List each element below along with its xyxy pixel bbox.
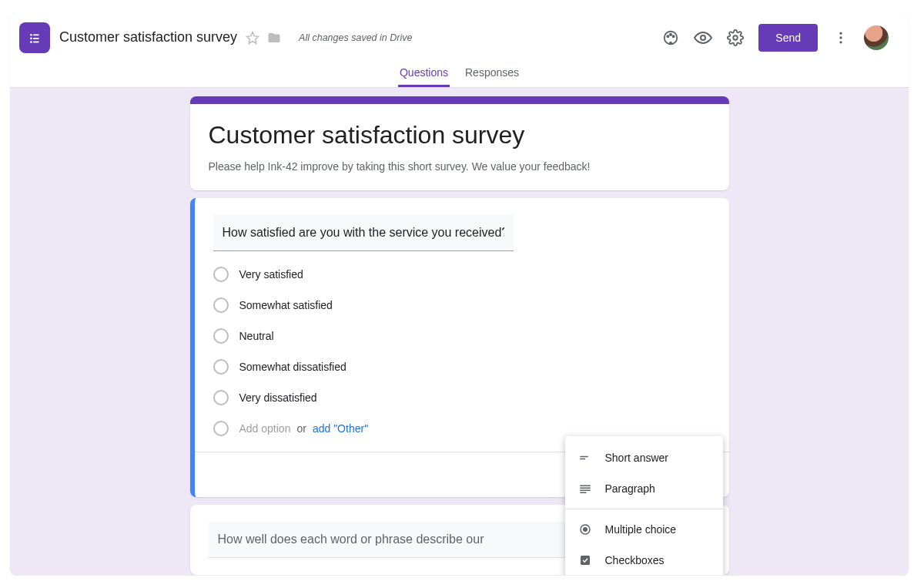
folder-icon[interactable] [266, 30, 282, 45]
paragraph-icon [578, 481, 593, 496]
save-status: All changes saved in Drive [299, 32, 412, 43]
option-label[interactable]: Neutral [239, 330, 274, 342]
svg-point-9 [670, 33, 671, 35]
menu-item-multiple-choice[interactable]: Multiple choice [565, 514, 723, 545]
settings-icon[interactable] [726, 29, 745, 47]
more-icon[interactable] [832, 29, 850, 47]
tab-responses[interactable]: Responses [464, 62, 521, 87]
form-name[interactable]: Customer satisfaction survey [59, 29, 237, 45]
svg-point-11 [701, 35, 705, 40]
option-label[interactable]: Somewhat satisfied [239, 299, 333, 311]
option-row[interactable]: Somewhat satisfied [213, 297, 711, 313]
short-answer-icon [578, 450, 593, 465]
option-label[interactable]: Very satisfied [239, 268, 303, 281]
svg-point-10 [673, 35, 675, 37]
theme-icon[interactable] [661, 29, 680, 47]
question-title-input[interactable] [213, 215, 514, 251]
radio-icon [213, 421, 229, 436]
radio-icon [213, 297, 229, 313]
svg-point-14 [839, 36, 842, 39]
star-icon[interactable] [245, 30, 260, 45]
svg-rect-22 [580, 490, 591, 492]
add-option-label[interactable]: Add option [239, 422, 291, 435]
svg-rect-26 [581, 556, 590, 565]
svg-rect-4 [33, 38, 38, 39]
user-avatar[interactable] [864, 25, 889, 50]
question-type-menu: Short answer Paragraph Multiple choice [565, 436, 723, 575]
option-label[interactable]: Somewhat dissatisfied [239, 361, 346, 373]
svg-point-1 [30, 34, 32, 36]
tab-questions[interactable]: Questions [398, 62, 450, 87]
svg-point-3 [30, 37, 32, 39]
option-row[interactable]: Neutral [213, 328, 711, 344]
svg-rect-19 [580, 459, 585, 460]
form-description[interactable]: Please help Ink-42 improve by taking thi… [209, 159, 711, 175]
question-card-preview[interactable]: How well does each word or phrase descri… [190, 505, 729, 575]
form-title[interactable]: Customer satisfaction survey [209, 121, 711, 150]
svg-point-8 [668, 35, 669, 37]
svg-rect-20 [580, 486, 591, 487]
svg-rect-6 [33, 41, 38, 42]
add-other-link[interactable]: add "Other" [313, 422, 368, 435]
send-button[interactable]: Send [758, 24, 818, 52]
radio-icon [213, 390, 229, 405]
option-label[interactable]: Very dissatisfied [239, 391, 317, 404]
option-row[interactable]: Very dissatisfied [213, 390, 711, 405]
svg-rect-18 [580, 456, 588, 458]
radio-icon [213, 267, 229, 282]
menu-item-checkboxes[interactable]: Checkboxes [565, 545, 723, 575]
svg-point-12 [734, 35, 738, 40]
option-row[interactable]: Somewhat dissatisfied [213, 359, 711, 375]
svg-rect-23 [580, 492, 586, 494]
app-header: Customer satisfaction survey All changes… [10, 13, 909, 88]
svg-point-15 [839, 41, 842, 43]
menu-item-paragraph[interactable]: Paragraph [565, 473, 723, 504]
svg-point-5 [30, 41, 32, 43]
radio-icon [213, 328, 229, 344]
add-option-row[interactable]: Add option or add "Other" [213, 421, 711, 436]
form-header-card[interactable]: Customer satisfaction survey Please help… [190, 96, 729, 190]
radio-icon [213, 359, 229, 375]
option-row[interactable]: Very satisfied [213, 267, 711, 282]
svg-rect-21 [580, 488, 591, 489]
menu-item-short-answer[interactable]: Short answer [565, 442, 723, 473]
forms-app-icon[interactable] [19, 22, 50, 53]
radio-button-icon [578, 522, 593, 537]
checkbox-icon [578, 553, 593, 568]
preview-icon[interactable] [694, 29, 712, 47]
form-canvas: Customer satisfaction survey Please help… [10, 88, 909, 575]
svg-rect-2 [33, 34, 38, 35]
svg-point-25 [583, 527, 588, 532]
or-label: or [296, 422, 306, 435]
svg-point-13 [839, 32, 842, 34]
